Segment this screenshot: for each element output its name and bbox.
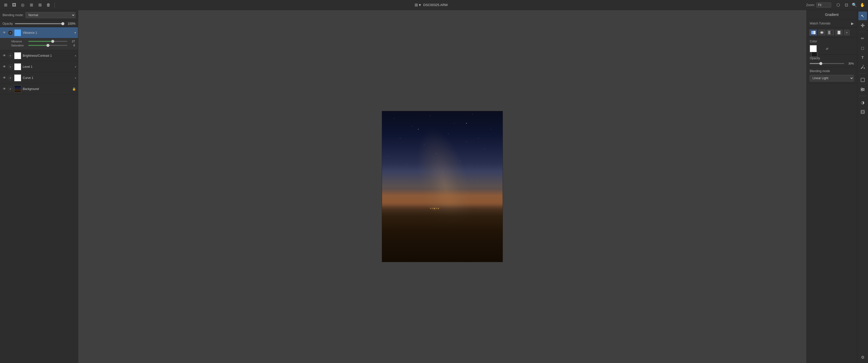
layer-item-level1[interactable]: 👁 Level 1 ◂ — [0, 61, 78, 72]
layer-mask-curve1 — [8, 76, 12, 80]
layer-item-background[interactable]: 👁 Background 🔒 — [0, 84, 78, 95]
layer-eye-background[interactable]: 👁 — [2, 87, 6, 91]
new-document-button[interactable]: ⊞ — [2, 1, 9, 8]
blend-mode-row: Blending mode: Normal Multiply Screen Ov… — [0, 10, 78, 21]
layer-arrow-brightness1[interactable]: ◂ — [75, 54, 76, 57]
svg-point-7 — [9, 77, 11, 79]
svg-point-9 — [9, 88, 11, 90]
grid-button[interactable]: ⊞ ▾ — [414, 1, 421, 8]
svg-rect-11 — [819, 31, 824, 34]
opacity-label: Opacity — [2, 22, 13, 26]
saturation-value: 0 — [69, 44, 75, 47]
delete-button[interactable]: 🗑 — [45, 1, 52, 8]
vibrance-control-row: Vibrance 27 — [11, 40, 75, 43]
swap-colors-icon[interactable]: ⇄ — [826, 47, 828, 51]
saturation-slider[interactable] — [28, 45, 67, 46]
toolbar-center: ⊞ ▾ DSC00325.ARW — [57, 1, 805, 8]
svg-rect-13 — [828, 31, 830, 34]
pan-button[interactable]: ✋ — [859, 1, 866, 8]
svg-rect-15 — [861, 78, 865, 82]
layout-button[interactable]: ⊞ — [28, 1, 35, 8]
erase-tool-button[interactable]: ◻ — [859, 44, 867, 52]
right-blend-section: Blending mode Normal Multiply Screen Ove… — [807, 67, 857, 84]
layer-lock-background: 🔒 — [72, 87, 76, 91]
target-button[interactable]: ◎ — [19, 1, 26, 8]
adjustment-tool-button[interactable] — [859, 85, 867, 94]
layer-eye-brightness1[interactable]: 👁 — [2, 54, 6, 58]
zoom-select[interactable]: Fit 25% 50% 75% 100% 200% — [816, 2, 831, 7]
vibrance-sub-controls: Vibrance 27 Saturation 0 — [0, 38, 78, 50]
add-gradient-stop-button[interactable]: + — [844, 30, 849, 35]
expand-button[interactable]: ⬡ — [835, 1, 842, 8]
opacity-slider[interactable] — [15, 23, 64, 24]
right-panel-title: Gradient — [807, 10, 857, 20]
saturation-control-row: Saturation 0 — [11, 44, 75, 47]
layer-name-level1: Level 1 — [23, 65, 73, 69]
layer-name-brightness1: Brightness/Contrast 1 — [23, 54, 73, 58]
vibrance-label: Vibrance — [11, 40, 27, 43]
svg-point-21 — [861, 90, 863, 91]
settings-button[interactable]: ⚙ — [859, 353, 867, 362]
watch-tutorials-row: Watch Tutorials ▶ — [807, 20, 857, 28]
zoom-area: Zoom: Fit 25% 50% 75% 100% 200% — [806, 2, 831, 7]
color-section-label: Color — [810, 40, 854, 43]
layer-item-curve1[interactable]: 👁 Curve 1 ◂ — [0, 72, 78, 84]
layer-eye-level1[interactable]: 👁 — [2, 65, 6, 69]
zoom-label: Zoom: — [806, 3, 815, 7]
right-blend-label: Blending mode — [810, 69, 854, 73]
tool-separator-3 — [859, 96, 866, 96]
cursor-tool-button[interactable]: ↖ — [859, 11, 867, 20]
color-section: Color ⇄ — [807, 38, 857, 55]
layer-arrow-level1[interactable]: ◂ — [75, 65, 76, 68]
layer-name-background: Background — [23, 87, 71, 91]
saturation-label: Saturation — [11, 44, 27, 47]
resize-button[interactable]: ⊡ — [843, 1, 850, 8]
open-image-button[interactable]: 🖼 — [10, 1, 18, 8]
text-tool-button[interactable]: T — [859, 53, 867, 62]
blend-mode-select[interactable]: Normal Multiply Screen Overlay Soft Ligh… — [26, 12, 75, 18]
layer-mask-brightness1 — [8, 54, 12, 58]
foreground-layer — [382, 205, 503, 262]
radial-gradient-button[interactable] — [818, 30, 825, 35]
layer-item-brightness1[interactable]: 👁 Brightness/Contrast 1 ◂ — [0, 50, 78, 61]
layers-button[interactable] — [859, 108, 867, 116]
tool-panel: ↖ ✏ ◻ T — [857, 10, 868, 363]
svg-rect-23 — [862, 111, 864, 113]
reflected-gradient-button[interactable] — [835, 30, 842, 35]
filter-button[interactable]: ⊞ — [36, 1, 43, 8]
watch-tutorials-label: Watch Tutorials — [810, 22, 830, 25]
top-toolbar: ⊞ 🖼 ◎ ⊞ ⊞ 🗑 ⊞ ▾ DSC00325.ARW Zoom: Fit 2… — [0, 0, 868, 10]
layer-dropdown-vibrance1[interactable]: ▾ — [74, 31, 76, 35]
filename-label: DSC00325.ARW — [423, 3, 447, 7]
svg-rect-14 — [837, 31, 841, 34]
opacity-row: Opacity 100% — [0, 21, 78, 27]
pencil-tool-button[interactable]: ✏ — [859, 34, 867, 43]
right-opacity-label: Opacity — [810, 57, 854, 60]
search-button[interactable]: 🔍 — [851, 1, 858, 8]
right-panel: Gradient Watch Tutorials ▶ + — [806, 10, 857, 363]
layer-arrow-curve1[interactable]: ◂ — [75, 76, 76, 79]
layer-item-vibrance1[interactable]: 👁 Vibrance 1 ▾ — [0, 27, 78, 38]
layer-name-curve1: Curve 1 — [23, 76, 73, 80]
gradient-types: + — [807, 28, 857, 38]
right-opacity-slider[interactable] — [810, 63, 844, 64]
move-tool-button[interactable] — [859, 21, 867, 30]
right-opacity-value: 30% — [846, 62, 854, 65]
angular-gradient-button[interactable] — [827, 30, 834, 35]
watch-tutorials-button[interactable]: ▶ — [851, 22, 854, 26]
linear-gradient-button[interactable] — [810, 30, 817, 35]
layer-eye-vibrance1[interactable]: 👁 — [2, 31, 6, 35]
fill-tool-button[interactable] — [859, 63, 867, 71]
layer-thumb-level1 — [14, 63, 21, 70]
foreground-color-swatch[interactable] — [810, 45, 817, 52]
canvas-image — [382, 111, 503, 262]
main-layout: Blending mode: Normal Multiply Screen Ov… — [0, 10, 868, 363]
blend-mode-label: Blending mode: — [2, 13, 24, 17]
rectangle-tool-button[interactable] — [859, 76, 867, 84]
layer-eye-curve1[interactable]: 👁 — [2, 76, 6, 80]
right-blend-select[interactable]: Normal Multiply Screen Overlay Soft Ligh… — [810, 75, 854, 81]
tool-separator-1 — [859, 32, 866, 32]
vibrance-slider[interactable] — [28, 41, 67, 42]
color-adjust-button[interactable]: ◑ — [859, 98, 867, 107]
layer-mask-background — [8, 87, 12, 91]
